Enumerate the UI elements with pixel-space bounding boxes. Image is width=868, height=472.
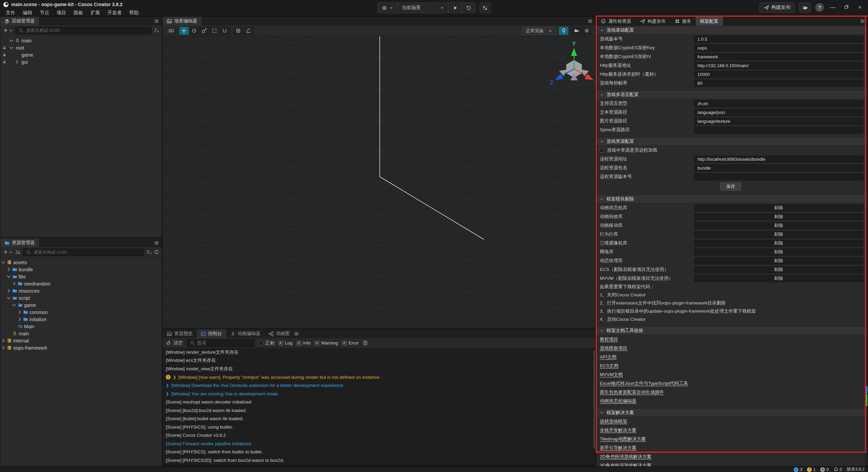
help-button[interactable]: ? bbox=[815, 3, 824, 12]
tree-row[interactable]: seedrandom bbox=[0, 280, 162, 287]
assets-menu-icon[interactable] bbox=[154, 240, 159, 245]
tree-row[interactable]: script bbox=[0, 294, 162, 301]
chevron-down-icon[interactable] bbox=[600, 329, 604, 333]
tree-row[interactable]: main bbox=[0, 37, 162, 44]
hierarchy-tab[interactable]: 层级管理器 bbox=[0, 17, 39, 25]
chevron-down-icon[interactable] bbox=[11, 302, 17, 308]
console-log-row[interactable]: [Scene] Cocos Creator v3.8.2 bbox=[163, 431, 595, 439]
console-clear-button[interactable]: 清空 bbox=[166, 340, 183, 346]
chevron-down-icon[interactable] bbox=[8, 45, 14, 51]
doc-link[interactable]: 动画状态机编辑器 bbox=[600, 398, 636, 404]
tree-row[interactable]: assets bbox=[0, 259, 162, 266]
menu-2[interactable]: 节点 bbox=[36, 9, 53, 16]
gizmo-space-button[interactable] bbox=[220, 27, 230, 35]
console-log-row[interactable]: !❯[Window] [Vue warn]: Property "onInput… bbox=[163, 373, 595, 381]
field-input[interactable]: 60 bbox=[694, 80, 863, 87]
hierarchy-search-input[interactable]: 搜索名称或 UUID bbox=[15, 27, 152, 34]
tree-row[interactable]: main bbox=[0, 330, 162, 337]
minimize-button[interactable]: — bbox=[828, 4, 837, 11]
menu-0[interactable]: 文件 bbox=[2, 9, 19, 16]
console-log-row[interactable]: [Window] ecs文件夹存在 bbox=[163, 357, 595, 365]
section-header[interactable]: 框架模块剔除 bbox=[596, 195, 865, 203]
rotation-snap-button[interactable] bbox=[244, 27, 253, 35]
console-log-row[interactable]: [Scene] Forward render pipeline initiali… bbox=[163, 440, 595, 448]
tree-row[interactable]: root bbox=[0, 44, 162, 51]
field-input[interactable]: zh,en bbox=[694, 100, 863, 107]
open-project-folder-button[interactable] bbox=[799, 2, 811, 13]
field-input[interactable]: framework bbox=[694, 53, 863, 60]
console-export-button[interactable] bbox=[363, 340, 368, 346]
reload-button[interactable] bbox=[462, 3, 475, 13]
doc-link[interactable]: 教程项目 bbox=[600, 336, 618, 342]
close-button[interactable]: × bbox=[855, 4, 865, 11]
console-log-row[interactable]: [Scene] [box2d]:box2d wasm lib loaded. bbox=[163, 407, 595, 414]
menu-3[interactable]: 项目 bbox=[53, 9, 70, 16]
doc-link[interactable]: Tiledmap地图解决方案 bbox=[600, 436, 646, 442]
doc-link[interactable]: 游戏模板项目 bbox=[600, 345, 627, 351]
remove-module-button[interactable]: 剔除 bbox=[694, 249, 863, 256]
chevron-down-icon[interactable] bbox=[600, 197, 604, 201]
create-asset-button[interactable] bbox=[3, 250, 13, 255]
error-count[interactable]: ×0 bbox=[820, 467, 829, 472]
axis-gizmo[interactable]: YXZ bbox=[545, 39, 595, 93]
field-input[interactable] bbox=[694, 126, 863, 134]
checkbox[interactable] bbox=[599, 148, 604, 153]
chevron-right-icon[interactable] bbox=[0, 345, 6, 351]
chevron-down-icon[interactable] bbox=[600, 411, 604, 415]
chevron-right-icon[interactable] bbox=[6, 267, 12, 272]
section-header[interactable]: 游戏资源配置 bbox=[596, 137, 865, 146]
tree-row[interactable]: initialize bbox=[0, 316, 162, 323]
qr-preview-button[interactable] bbox=[479, 2, 491, 13]
section-header[interactable]: 游戏基础配置 bbox=[596, 26, 865, 35]
console-log-row[interactable]: [Window] model_view文件夹存在 bbox=[163, 365, 595, 373]
scene-menu-icon[interactable] bbox=[588, 19, 593, 24]
console-tab-1[interactable]: 控制台 bbox=[197, 329, 226, 338]
doc-link[interactable]: 2D角色扮演游戏解决方案 bbox=[600, 454, 651, 460]
console-tab-3[interactable]: 动画图 bbox=[264, 329, 294, 338]
save-button[interactable]: 保存 bbox=[720, 182, 741, 191]
filter-info-checkbox[interactable]: ✓Info bbox=[297, 340, 311, 346]
console-log-row[interactable]: [Scene] [PHYSICS]: switch from builtin t… bbox=[163, 448, 595, 456]
filter-log-checkbox[interactable]: ✓Log bbox=[278, 340, 293, 346]
console-log-row[interactable]: [Window] render_texture文件夹存在 bbox=[163, 348, 595, 356]
field-input[interactable]: language/json bbox=[694, 109, 863, 116]
lock-icon[interactable] bbox=[2, 53, 6, 57]
chevron-right-icon[interactable] bbox=[17, 316, 22, 322]
tree-row[interactable]: common bbox=[0, 309, 162, 316]
inspector-tab-3[interactable]: 框架配置 bbox=[696, 17, 723, 26]
restore-button[interactable] bbox=[842, 4, 851, 11]
field-input[interactable]: language/texture bbox=[694, 118, 863, 125]
chevron-down-icon[interactable] bbox=[6, 274, 12, 279]
field-input[interactable] bbox=[694, 173, 863, 180]
console-log-row[interactable]: [Scene] meshopt wasm decoder initialized bbox=[163, 398, 595, 406]
doc-link[interactable]: 战棋游戏框架 bbox=[600, 418, 627, 425]
console-log-row[interactable]: ❯[Window] You are running Vue in develop… bbox=[163, 390, 595, 398]
doc-link[interactable]: ECS文档 bbox=[600, 363, 618, 369]
hierarchy-menu-icon[interactable] bbox=[154, 19, 159, 24]
tree-row[interactable]: oops-framework bbox=[0, 344, 162, 351]
chevron-right-icon[interactable]: ❯ bbox=[173, 375, 176, 379]
field-input[interactable]: oops bbox=[694, 44, 863, 52]
assets-tab[interactable]: 资源管理器 bbox=[0, 238, 39, 247]
chevron-down-icon[interactable] bbox=[6, 295, 12, 301]
doc-link[interactable]: API文档 bbox=[600, 354, 616, 360]
chevron-right-icon[interactable]: ❯ bbox=[166, 392, 169, 396]
remove-module-button[interactable]: 剔除 bbox=[694, 275, 863, 282]
scene-viewport[interactable]: YXZ bbox=[163, 36, 595, 328]
render-mode-dropdown[interactable]: 正常渲染 bbox=[522, 27, 556, 35]
section-header[interactable]: 框架解决方案 bbox=[596, 408, 865, 417]
field-input[interactable]: bundle bbox=[694, 164, 863, 172]
build-publish-button[interactable]: 构建发布 bbox=[760, 2, 795, 13]
inspector-tab-0[interactable]: 属性检查器 bbox=[596, 17, 636, 26]
assets-filter-button[interactable] bbox=[146, 250, 152, 255]
menu-5[interactable]: 扩展 bbox=[87, 9, 104, 16]
chevron-right-icon[interactable]: ❯ bbox=[166, 383, 169, 388]
grid-snap-button[interactable] bbox=[234, 27, 243, 35]
remove-module-button[interactable]: 剔除 bbox=[694, 266, 863, 273]
warning-count[interactable]: !1 bbox=[807, 467, 815, 472]
console-log-row[interactable]: [Scene] [PHYSICS]: using builtin. bbox=[163, 423, 595, 431]
rect-tool-button[interactable] bbox=[210, 27, 219, 35]
filter-warning-checkbox[interactable]: ✓Warning bbox=[315, 340, 338, 346]
hierarchy-filter-button[interactable] bbox=[154, 28, 159, 33]
field-input[interactable]: http://192.168.0.150/main/ bbox=[694, 62, 863, 69]
